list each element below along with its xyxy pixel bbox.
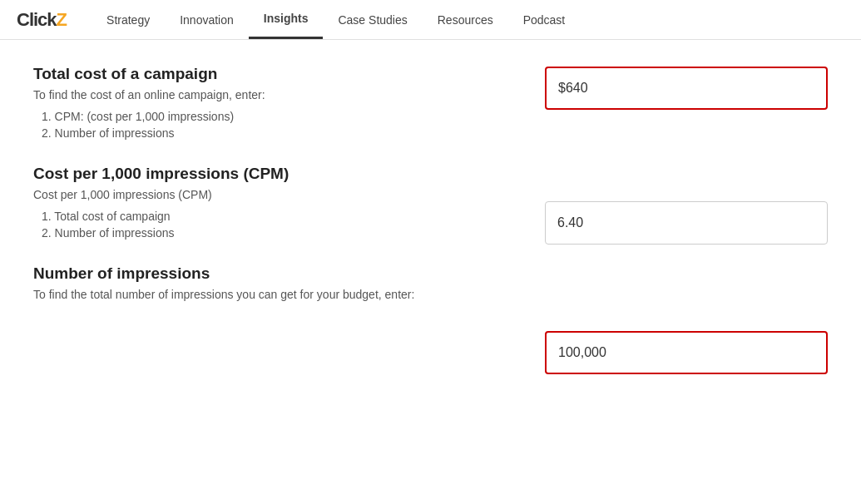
input-total-cost[interactable] — [545, 67, 828, 110]
logo: ClickZ — [17, 9, 67, 31]
input-wrapper-cpm — [545, 201, 828, 245]
nav: Strategy Innovation Insights Case Studie… — [92, 0, 580, 39]
section-impressions: Number of impressions To find the total … — [33, 264, 512, 301]
list-item: 1. Total cost of campaign — [42, 210, 512, 223]
section-cpm-desc: Cost per 1,000 impressions (CPM) — [33, 188, 512, 201]
section-total-cost-list: 1. CPM: (cost per 1,000 impressions) 2. … — [42, 110, 512, 140]
nav-item-podcast[interactable]: Podcast — [508, 2, 581, 38]
input-wrapper-impressions — [545, 331, 828, 374]
input-wrapper-total-cost — [545, 67, 828, 110]
nav-item-strategy[interactable]: Strategy — [92, 2, 165, 38]
section-total-cost-desc: To find the cost of an online campaign, … — [33, 88, 512, 101]
inputs-column — [545, 65, 828, 374]
header: ClickZ Strategy Innovation Insights Case… — [0, 0, 861, 40]
list-item: 2. Number of impressions — [42, 126, 512, 140]
nav-item-case-studies[interactable]: Case Studies — [323, 2, 422, 38]
content-area: Total cost of a campaign To find the cos… — [0, 40, 861, 391]
list-item: 1. CPM: (cost per 1,000 impressions) — [42, 110, 512, 123]
input-cpm[interactable] — [545, 201, 828, 245]
list-item: 2. Number of impressions — [42, 226, 512, 240]
logo-click: Click — [17, 9, 57, 31]
input-impressions[interactable] — [545, 331, 828, 374]
section-cpm: Cost per 1,000 impressions (CPM) Cost pe… — [33, 165, 512, 240]
nav-item-innovation[interactable]: Innovation — [165, 2, 249, 38]
section-impressions-desc: To find the total number of impressions … — [33, 288, 512, 301]
section-total-cost-title: Total cost of a campaign — [33, 65, 512, 83]
nav-item-insights[interactable]: Insights — [249, 0, 324, 39]
section-cpm-title: Cost per 1,000 impressions (CPM) — [33, 165, 512, 183]
nav-item-resources[interactable]: Resources — [423, 2, 508, 38]
sections-column: Total cost of a campaign To find the cos… — [33, 65, 512, 374]
section-total-cost: Total cost of a campaign To find the cos… — [33, 65, 512, 140]
section-impressions-title: Number of impressions — [33, 264, 512, 283]
section-cpm-list: 1. Total cost of campaign 2. Number of i… — [42, 210, 512, 240]
logo-z: Z — [57, 9, 67, 31]
